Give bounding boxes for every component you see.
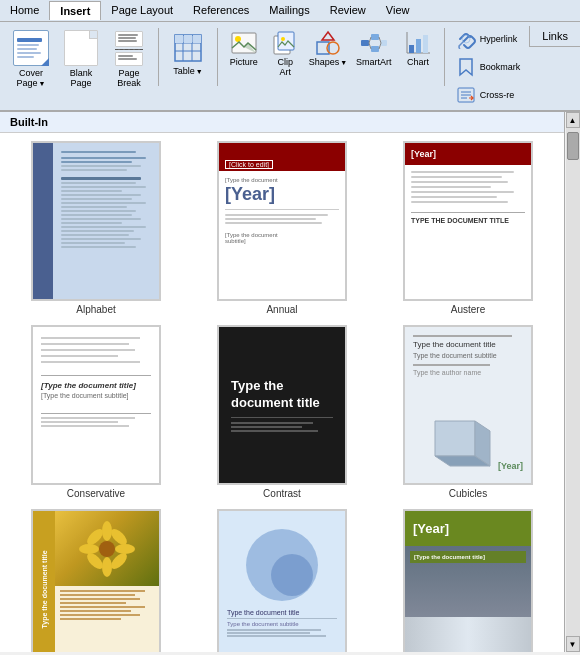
- ribbon-separator-3: [444, 28, 445, 86]
- links-group: Hyperlink Bookmark Cross-re: [451, 26, 526, 108]
- page-break-button[interactable]: Page Break: [106, 26, 152, 92]
- gallery-label-alphabet: Alphabet: [76, 304, 115, 315]
- ribbon-separator-1: [158, 28, 159, 86]
- gallery-item-annual[interactable]: [Click to edit] [Type the document [Year…: [194, 141, 370, 315]
- links-panel-header: Links: [529, 26, 580, 47]
- menu-view[interactable]: View: [376, 1, 420, 20]
- svg-line-23: [379, 43, 381, 49]
- ribbon-separator-2: [217, 28, 218, 86]
- gallery-thumb-cubicles: Type the document title Type the documen…: [403, 325, 533, 485]
- gallery-item-conservative[interactable]: [Type the document title] [Type the docu…: [8, 325, 184, 499]
- gallery-scroll[interactable]: Alphabet [Click to edit] [Type the docum…: [0, 133, 564, 652]
- svg-point-12: [281, 37, 285, 41]
- svg-rect-6: [184, 35, 192, 43]
- svg-marker-34: [435, 421, 475, 456]
- gallery-thumb-austere: [Year]: [403, 141, 533, 301]
- gallery-item-contrast[interactable]: Type thedocument title Contrast: [194, 325, 370, 499]
- hyperlink-button[interactable]: Hyperlink: [451, 26, 526, 52]
- gallery-grid: Alphabet [Click to edit] [Type the docum…: [8, 141, 556, 652]
- gallery-thumb-exposure: Type the document title: [31, 509, 161, 652]
- menu-page-layout[interactable]: Page Layout: [101, 1, 183, 20]
- scrollbar-thumb[interactable]: [567, 132, 579, 160]
- gallery-item-mod[interactable]: Type the document title Type the documen…: [194, 509, 370, 652]
- svg-point-40: [79, 544, 99, 554]
- picture-button[interactable]: Picture: [224, 26, 263, 70]
- gallery-thumb-contrast: Type thedocument title: [217, 325, 347, 485]
- gallery-label-annual: Annual: [266, 304, 297, 315]
- gallery-thumb-mod: Type the document title Type the documen…: [217, 509, 347, 652]
- svg-point-9: [235, 36, 241, 42]
- gallery-thumb-motion: [Year]: [403, 509, 533, 652]
- scrollbar-down-button[interactable]: ▼: [566, 636, 580, 652]
- scrollbar-track[interactable]: [566, 128, 580, 636]
- menu-mailings[interactable]: Mailings: [259, 1, 319, 20]
- svg-rect-5: [175, 35, 183, 43]
- svg-line-22: [379, 37, 381, 43]
- bookmark-button[interactable]: Bookmark: [451, 54, 526, 80]
- gallery-thumb-conservative: [Type the document title] [Type the docu…: [31, 325, 161, 485]
- clip-art-button[interactable]: Clip Art: [265, 26, 304, 80]
- chart-button[interactable]: Chart: [398, 26, 437, 70]
- menubar: Home Insert Page Layout References Maili…: [0, 0, 580, 22]
- cover-page-button[interactable]: Cover Page ▼: [6, 26, 56, 92]
- svg-line-21: [369, 43, 371, 49]
- cross-reference-button[interactable]: Cross-re: [451, 82, 526, 108]
- content-area: Built-In: [0, 112, 580, 652]
- ribbon: Cover Page ▼ Blank Page Page B: [0, 22, 580, 112]
- svg-rect-26: [409, 45, 414, 53]
- svg-point-38: [102, 521, 112, 541]
- svg-rect-19: [381, 40, 387, 46]
- svg-point-39: [102, 557, 112, 577]
- menu-insert[interactable]: Insert: [49, 1, 101, 20]
- gallery-panel: Built-In: [0, 112, 564, 652]
- blank-page-button[interactable]: Blank Page: [58, 26, 104, 92]
- svg-rect-27: [416, 39, 421, 53]
- menu-review[interactable]: Review: [320, 1, 376, 20]
- gallery-thumb-alphabet: [31, 141, 161, 301]
- gallery-scrollbar[interactable]: ▲ ▼: [564, 112, 580, 652]
- gallery-item-exposure[interactable]: Type the document title: [8, 509, 184, 652]
- menu-home[interactable]: Home: [0, 1, 49, 20]
- gallery-label-contrast: Contrast: [263, 488, 301, 499]
- svg-point-41: [115, 544, 135, 554]
- gallery-item-austere[interactable]: [Year]: [380, 141, 556, 315]
- gallery-item-alphabet[interactable]: Alphabet: [8, 141, 184, 315]
- svg-point-37: [99, 541, 115, 557]
- table-button[interactable]: Table ▼: [165, 26, 211, 80]
- gallery-label-conservative: Conservative: [67, 488, 125, 499]
- svg-rect-16: [361, 40, 369, 46]
- svg-marker-15: [322, 32, 334, 40]
- scrollbar-up-button[interactable]: ▲: [566, 112, 580, 128]
- gallery-label-austere: Austere: [451, 304, 485, 315]
- svg-rect-11: [278, 32, 294, 50]
- links-panel-section: Links: [529, 26, 574, 47]
- gallery-item-cubicles[interactable]: Type the document title Type the documen…: [380, 325, 556, 499]
- shapes-button[interactable]: Shapes ▼: [307, 26, 349, 70]
- gallery-thumb-annual: [Click to edit] [Type the document [Year…: [217, 141, 347, 301]
- gallery-label-cubicles: Cubicles: [449, 488, 487, 499]
- gallery-header: Built-In: [0, 112, 564, 133]
- svg-line-20: [369, 37, 371, 43]
- menu-references[interactable]: References: [183, 1, 259, 20]
- smartart-button[interactable]: SmartArt: [351, 26, 396, 70]
- gallery-item-motion[interactable]: [Year]: [380, 509, 556, 652]
- svg-rect-18: [371, 46, 379, 52]
- svg-rect-28: [423, 35, 428, 53]
- svg-rect-7: [193, 35, 201, 43]
- svg-rect-17: [371, 34, 379, 40]
